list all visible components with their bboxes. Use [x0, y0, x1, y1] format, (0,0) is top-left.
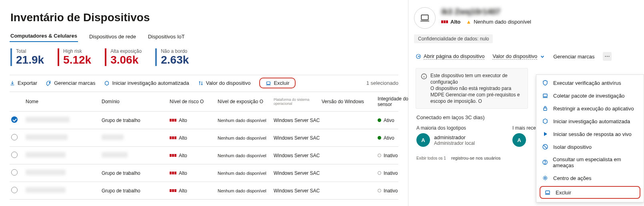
svg-point-5: [606, 56, 607, 57]
device-value-link[interactable]: Valor do dispositivo: [492, 53, 545, 60]
export-label: Exportar: [18, 80, 37, 86]
manage-tags-label: Gerenciar marcas: [54, 80, 95, 86]
menu-item-label: Isolar dispositivo: [553, 144, 592, 150]
col-exposure[interactable]: Nível de exposição O: [218, 99, 274, 104]
device-name: ik3 Zwq10r1407: [441, 7, 531, 16]
table-header: Nome Domínio Nível de risco O Nível de e…: [10, 92, 398, 112]
stat-notonboard[interactable]: Não a bordo 2.63k: [155, 48, 189, 66]
menu-item-label: Consultar um especialista em ameaças: [553, 156, 638, 168]
tab-iot[interactable]: Dispositivos IoT: [147, 32, 186, 42]
tag-icon: [46, 80, 52, 86]
col-domain[interactable]: Domínio: [102, 99, 170, 104]
exposure-cell: Nenhum dado disponível: [218, 118, 274, 123]
risk-cell: Alto: [170, 188, 218, 194]
row-checkbox[interactable]: [11, 134, 18, 140]
menu-item-expert[interactable]: Consultar um especialista em ameaças: [536, 153, 644, 172]
hex-icon: [542, 118, 548, 124]
device-flyout: ik3 Zwq10r1407 Alto ▲ Nenhum dado dispon…: [408, 0, 644, 206]
row-checkbox[interactable]: [11, 169, 18, 176]
table-row[interactable]: Grupo de trabalhoAltoNenhum dado disponí…: [10, 164, 398, 182]
col-risk[interactable]: Nível de risco O: [170, 99, 218, 104]
row-checkbox[interactable]: [11, 116, 18, 123]
menu-item-scan[interactable]: Executar verificação antivírus: [536, 76, 644, 89]
risk-cell: Alto: [170, 118, 218, 123]
menu-item-label: Coletar pacote de investigação: [553, 93, 625, 99]
chevron-down-icon: [540, 54, 545, 59]
svg-rect-9: [544, 108, 547, 110]
stat-exposure[interactable]: Alta exposição 3.06k: [105, 48, 142, 66]
open-device-page-label: Abrir página do dispositivo: [424, 53, 484, 60]
menu-item-live[interactable]: Iniciar sessão de resposta ao vivo: [536, 128, 644, 140]
stat-total[interactable]: Total 21.9k: [10, 48, 44, 66]
shield-icon: [542, 80, 548, 86]
device-value-link-label: Valor do dispositivo: [492, 53, 537, 60]
menu-item-actions[interactable]: Centro de ações: [536, 172, 644, 184]
avatar: A: [416, 133, 430, 147]
laptop-icon: [542, 92, 548, 99]
hexagon-icon: [104, 80, 110, 86]
domain-cell: Grupo de trabalho: [102, 188, 170, 194]
menu-item-restrict[interactable]: Restringir a execução do aplicativo: [536, 102, 644, 115]
platform-cell: Windows Server SAC: [274, 118, 322, 123]
open-device-page-link[interactable]: Abrir página do dispositivo: [416, 53, 484, 60]
domain-cell: [102, 152, 170, 159]
device-value-button[interactable]: Valor do dispositivo: [198, 80, 251, 86]
start-investigation-button[interactable]: Iniciar investigação automatizada: [104, 80, 189, 86]
context-menu: Executar verificação antivírusColetar pa…: [536, 74, 644, 202]
svg-point-0: [49, 82, 50, 83]
lock-icon: [542, 105, 548, 112]
exposure-cell: Nenhum dado disponível: [218, 171, 274, 176]
table-row[interactable]: AltoNenhum dado disponívelWindows Server…: [10, 147, 398, 164]
menu-item-auto[interactable]: Iniciar investigação automatizada: [536, 115, 644, 128]
stat-highrisk[interactable]: High risk 5.12k: [58, 48, 91, 66]
sort-icon: [198, 80, 204, 86]
menu-item-collect[interactable]: Coletar pacote de investigação: [536, 89, 644, 102]
platform-cell: Windows Server SAC: [274, 188, 322, 194]
exclude-label: Excluir: [274, 80, 289, 86]
panel-footer-small: Exibir todos os 1: [416, 156, 446, 160]
tab-strip: Computadores & Celulares Dispositivos de…: [10, 31, 398, 42]
info-line2: O dispositivo não está registrado para M…: [430, 85, 523, 104]
stat-label: Não a bordo: [161, 48, 189, 54]
col-name[interactable]: Nome: [26, 99, 102, 104]
menu-item-isolate[interactable]: Isolar dispositivo: [536, 140, 644, 153]
tab-computers[interactable]: Computadores & Celulares: [10, 31, 78, 42]
svg-rect-1: [267, 82, 270, 84]
admin-sub: Administrador local: [434, 140, 475, 146]
row-checkbox[interactable]: [11, 187, 18, 193]
gear-icon: [542, 175, 548, 181]
tab-network[interactable]: Dispositivos de rede: [88, 32, 137, 42]
arrow-right-icon: [416, 54, 421, 59]
col-platform[interactable]: Plataforma do sistema operacional: [274, 98, 322, 106]
more-actions-button[interactable]: [603, 52, 612, 61]
device-laptop-icon: [414, 7, 436, 29]
device-severity: Alto: [441, 19, 460, 25]
selection-count: 1 selecionado: [366, 80, 398, 86]
table-row[interactable]: Grupo de trabalhoAltoNenhum dado disponí…: [10, 182, 398, 200]
stat-label: Total: [16, 48, 44, 54]
table-row[interactable]: Grupo de trabalhoAltoNenhum dado disponí…: [10, 112, 398, 129]
stop-icon: [542, 144, 548, 150]
admin-user[interactable]: A administrador Administrador local: [416, 133, 512, 147]
manage-tags-button[interactable]: Gerenciar marcas: [46, 80, 95, 86]
menu-item-exclude[interactable]: Excluir: [540, 186, 640, 199]
exclude-button[interactable]: Excluir: [259, 78, 296, 88]
svg-point-12: [545, 164, 545, 164]
table-body: Grupo de trabalhoAltoNenhum dado disponí…: [10, 112, 398, 200]
laptop-icon: [544, 189, 551, 196]
svg-rect-8: [543, 94, 547, 97]
stat-label: High risk: [63, 48, 91, 54]
device-warning: ▲ Nenhum dado disponível: [466, 19, 531, 25]
platform-cell: Windows Server SAC: [274, 135, 322, 141]
row-checkbox[interactable]: [11, 152, 18, 158]
export-button[interactable]: Exportar: [10, 80, 37, 86]
info-line1: Este dispositivo tem um executor de conf…: [430, 72, 523, 85]
table-row[interactable]: AltoNenhum dado disponívelWindows Server…: [10, 129, 398, 147]
start-investigation-label: Iniciar investigação automatizada: [112, 80, 189, 86]
domain-cell: Grupo de trabalho: [102, 118, 170, 123]
info-callout: Este dispositivo tem um executor de conf…: [416, 68, 528, 109]
col-winver[interactable]: Versão do Windows: [322, 99, 378, 104]
manage-tags-link[interactable]: Gerenciar marcas: [553, 54, 594, 60]
device-name-cell: [26, 152, 66, 158]
stat-value: 3.06k: [110, 54, 142, 66]
